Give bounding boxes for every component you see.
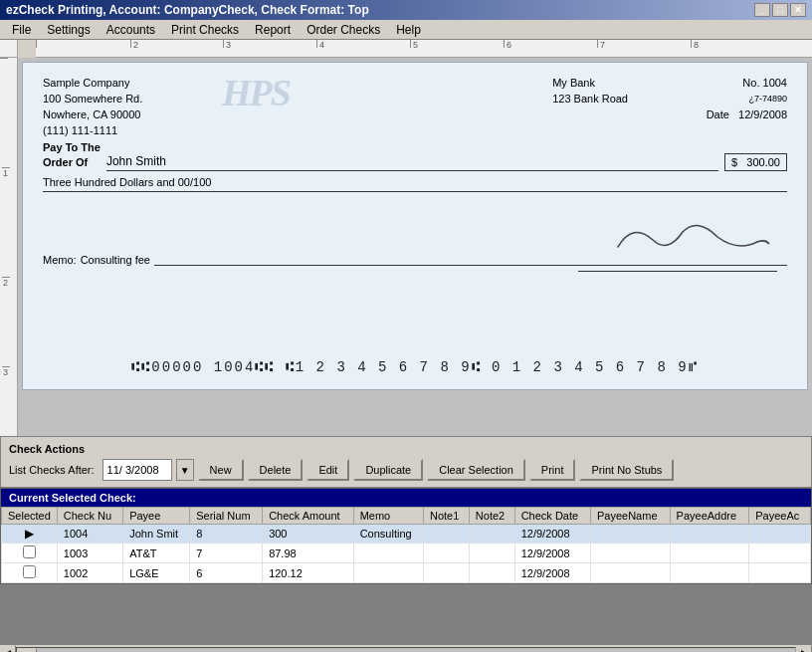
routing-partial: ¿7-74890 [742, 91, 787, 107]
menu-help[interactable]: Help [388, 21, 429, 39]
menu-order-checks[interactable]: Order Checks [299, 21, 388, 39]
row-arrow-icon: ▶ [25, 527, 34, 541]
ruler-tick-4: 5 [410, 40, 418, 48]
selected-check-header: Current Selected Check: [1, 489, 811, 507]
row3-select-checkbox[interactable] [23, 565, 36, 578]
row2-payee-addr [670, 543, 749, 563]
new-button[interactable]: New [198, 459, 244, 481]
row1-check-num: 1004 [57, 525, 122, 543]
vert-tick-1: 1 [2, 167, 10, 178]
ruler-tick-6: 7 [597, 40, 605, 48]
vert-tick-0 [0, 58, 8, 59]
col-payee: Payee [123, 508, 190, 525]
list-after-date-input[interactable] [102, 459, 172, 481]
col-note2: Note2 [469, 508, 514, 525]
print-no-stubs-button[interactable]: Print No Stubs [579, 459, 674, 481]
row1-memo: Consulting [353, 525, 423, 543]
menu-accounts[interactable]: Accounts [99, 21, 163, 39]
table-row[interactable]: 1003 AT&T 7 87.98 12/9/2008 [2, 543, 811, 563]
title-bar-controls: _ □ ✕ [754, 3, 806, 17]
table-row[interactable]: 1002 LG&E 6 120.12 12/9/2008 [2, 563, 811, 583]
date-value: 12/9/2008 [738, 109, 787, 120]
col-payee-ac: PayeeAc [749, 508, 811, 525]
row3-checkbox[interactable] [2, 563, 58, 583]
check-paper: Sample Company 100 Somewhere Rd. Nowhere… [22, 62, 808, 390]
actions-row: List Checks After: ▼ New Delete Edit Dup… [9, 459, 803, 481]
horizontal-scrollbar[interactable]: ◄ ► [0, 644, 812, 652]
ruler-tick-0 [36, 40, 39, 48]
col-amount: Check Amount [263, 508, 354, 525]
memo-value: Consulting fee [81, 254, 150, 266]
row2-check-num: 1003 [57, 543, 122, 563]
menu-settings[interactable]: Settings [39, 21, 98, 39]
print-button[interactable]: Print [529, 459, 576, 481]
ruler-tick-7: 8 [691, 40, 699, 48]
close-button[interactable]: ✕ [790, 3, 806, 17]
scroll-track[interactable] [16, 647, 796, 653]
row1-amount: 300 [263, 525, 354, 543]
memo-row: Memo: Consulting fee [43, 254, 787, 266]
written-amount: Three Hundred Dollars and 00/100 [43, 176, 787, 192]
row1-payee-addr [670, 525, 749, 543]
row3-amount: 120.12 [263, 563, 354, 583]
company-phone: (111) 111-1111 [43, 122, 142, 138]
dollar-sign: $ [731, 156, 737, 168]
check-area: Sample Company 100 Somewhere Rd. Nowhere… [18, 58, 812, 436]
clear-selection-button[interactable]: Clear Selection [427, 459, 525, 481]
bank-info: My Bank 123 Bank Road [552, 75, 628, 107]
col-serial: Serial Num [190, 508, 263, 525]
row3-note1 [423, 563, 469, 583]
scroll-thumb[interactable] [17, 648, 37, 653]
maximize-button[interactable]: □ [772, 3, 788, 17]
menu-file[interactable]: File [4, 21, 39, 39]
row3-check-num: 1002 [57, 563, 122, 583]
edit-button[interactable]: Edit [306, 459, 349, 481]
list-after-label: List Checks After: [9, 464, 95, 476]
pay-to-label: Pay To TheOrder Of [43, 140, 101, 171]
row3-payee: LG&E [123, 563, 190, 583]
pay-to-row: Pay To TheOrder Of John Smith $ 300.00 [43, 140, 787, 171]
menu-report[interactable]: Report [247, 21, 299, 39]
vertical-ruler: 1 2 3 [0, 58, 18, 436]
ruler-tick-1: 2 [130, 40, 138, 48]
ruler-tick-2: 3 [223, 40, 231, 48]
row2-payee-ac [749, 543, 811, 563]
row3-payee-ac [749, 563, 811, 583]
micr-line: ⑆⑆00000 1004⑆⑆ ⑆1 2 3 4 5 6 7 8 9⑆ 0 1 2… [23, 359, 807, 375]
col-memo: Memo [353, 508, 423, 525]
row2-payee-name [590, 543, 670, 563]
vert-tick-3: 3 [2, 366, 10, 377]
row3-payee-name [590, 563, 670, 583]
row3-note2 [469, 563, 514, 583]
check-table: Selected Check Nu Payee Serial Num Check… [1, 507, 811, 583]
date-dropdown-button[interactable]: ▼ [176, 459, 194, 481]
bank-addr: 123 Bank Road [552, 91, 628, 107]
ruler-tick-5: 6 [504, 40, 511, 48]
row1-note1 [423, 525, 469, 543]
company-addr1: 100 Somewhere Rd. [43, 91, 142, 107]
row2-select-checkbox[interactable] [23, 545, 36, 558]
selected-check-section: Current Selected Check: Selected Check N… [0, 488, 812, 584]
row1-payee-ac [749, 525, 811, 543]
row2-checkbox[interactable] [2, 543, 58, 563]
main-container: 1 2 3 Sample Company 100 Somewhere Rd. N… [0, 58, 812, 436]
menu-bar: File Settings Accounts Print Checks Repo… [0, 20, 812, 40]
col-date: Check Date [514, 508, 590, 525]
vert-tick-2: 2 [2, 277, 10, 288]
col-payee-addr: PayeeAddre [670, 508, 749, 525]
col-check-num: Check Nu [57, 508, 122, 525]
table-row[interactable]: ▶ 1004 John Smit 8 300 Consulting 12/9/2… [2, 525, 811, 543]
col-selected: Selected [2, 508, 58, 525]
row2-amount: 87.98 [263, 543, 354, 563]
row1-serial: 8 [190, 525, 263, 543]
scroll-right-button[interactable]: ► [796, 645, 812, 653]
check-table-container[interactable]: Selected Check Nu Payee Serial Num Check… [1, 507, 811, 583]
company-info: Sample Company 100 Somewhere Rd. Nowhere… [43, 75, 142, 138]
menu-print-checks[interactable]: Print Checks [163, 21, 247, 39]
horizontal-ruler: 2 3 4 5 6 7 8 [36, 40, 812, 58]
scroll-left-button[interactable]: ◄ [0, 645, 16, 653]
row2-note1 [423, 543, 469, 563]
duplicate-button[interactable]: Duplicate [353, 459, 423, 481]
delete-button[interactable]: Delete [248, 459, 304, 481]
minimize-button[interactable]: _ [754, 3, 770, 17]
